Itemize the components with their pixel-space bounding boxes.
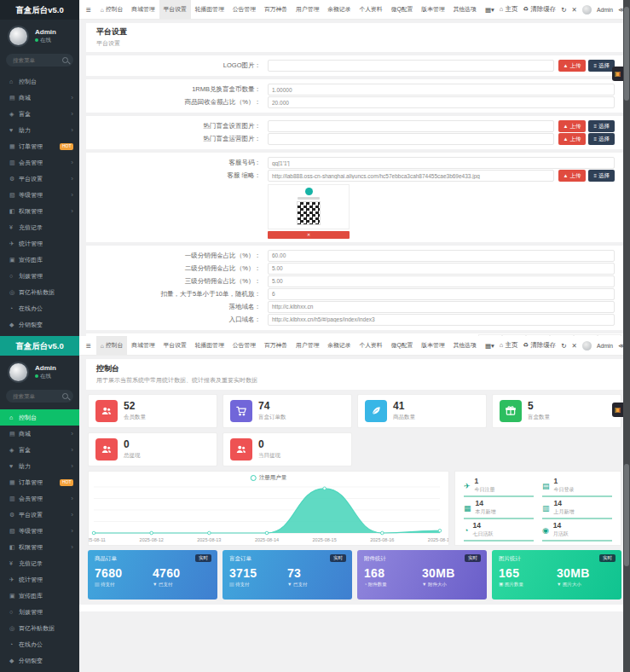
upload-button[interactable]: ▲上传 (558, 170, 587, 182)
sidebar-item[interactable]: ◈ 盲盒 › (0, 106, 79, 122)
sidebar-item[interactable]: ✈ 统计管理 (0, 235, 79, 252)
sidebar-item[interactable]: ▦ 订单管理 HOT (0, 474, 79, 490)
nav-tab[interactable]: 版本管理 (417, 0, 448, 19)
field-input[interactable] (268, 263, 615, 275)
sidebar-item[interactable]: ♥ 助力 › (0, 458, 79, 474)
choose-button[interactable]: ≡选择 (588, 133, 615, 145)
nav-tab[interactable]: 微Q配置 (387, 0, 418, 19)
nav-tab[interactable]: 轮播图管理 (191, 0, 228, 19)
field-input[interactable] (268, 84, 615, 96)
avatar[interactable] (8, 26, 29, 47)
sidebar-item[interactable]: ⚙ 平台设置 › (0, 171, 79, 187)
refresh-icon[interactable]: ↻ (561, 342, 566, 350)
sidebar-item[interactable]: ◎ 百亿补贴数据 (0, 620, 79, 636)
sidebar-item[interactable]: ○ 划拨管理 (0, 268, 79, 284)
field-input[interactable] (268, 250, 615, 262)
nav-tab[interactable]: ⌂控制台 (96, 336, 128, 355)
field-input[interactable] (268, 60, 554, 72)
sidebar-item[interactable]: ¥ 充值记录 (0, 555, 79, 571)
sidebar-item[interactable]: ◧ 权限管理 › (0, 203, 79, 219)
sidebar-item[interactable]: ◔ 在线办公 (0, 300, 79, 316)
sidebar-item[interactable]: ◎ 百亿补贴数据 (0, 284, 79, 300)
nav-tab[interactable]: 商城管理 (127, 336, 159, 355)
sidebar-item[interactable]: ▧ 等级管理 › (0, 187, 79, 203)
sidebar-item[interactable]: ▥ 会员管理 › (0, 490, 79, 507)
clear-cache-link[interactable]: ♻ 清除缓存 (523, 5, 556, 14)
field-input[interactable] (268, 133, 554, 145)
nav-tab[interactable]: 版本管理 (417, 336, 448, 355)
nav-tab[interactable]: 其他选项 (449, 336, 481, 355)
sidebar-item[interactable]: ◧ 权限管理 › (0, 539, 79, 555)
upload-button[interactable]: ▲上传 (558, 133, 587, 145)
nav-tab[interactable]: 平台设置 (159, 0, 191, 19)
nav-tab[interactable]: 公告管理 (228, 0, 260, 19)
home-link[interactable]: ⌂ 主页 (500, 5, 518, 14)
field-input[interactable] (268, 157, 615, 169)
avatar[interactable] (582, 341, 592, 350)
nav-tab[interactable]: 轮播图管理 (191, 336, 228, 355)
field-input[interactable] (268, 170, 554, 182)
nav-tab[interactable]: 平台设置 (159, 336, 191, 355)
fullscreen-icon[interactable]: ✕ (572, 342, 577, 350)
sidebar-item[interactable]: ▤ 商城 › (0, 426, 79, 442)
upload-button[interactable]: ▲上传 (558, 60, 587, 72)
upload-button[interactable]: ▲上传 (558, 120, 587, 132)
avatar[interactable] (8, 362, 29, 383)
search-input[interactable] (11, 56, 62, 64)
sidebar-item[interactable]: ⚙ 平台设置 › (0, 507, 79, 523)
nav-tab[interactable]: 其他选项 (449, 0, 481, 19)
nav-tab[interactable]: 百万神兽 (260, 336, 292, 355)
scrollbar[interactable] (623, 336, 630, 672)
sidebar-item[interactable]: ¥ 充值记录 (0, 219, 79, 235)
field-input[interactable] (268, 288, 615, 300)
sidebar-item[interactable]: ⌂ 控制台 (0, 73, 79, 90)
grid-menu-icon[interactable]: ▦▾ (485, 342, 494, 350)
choose-button[interactable]: ≡选择 (588, 60, 615, 72)
nav-tab[interactable]: 微Q配置 (387, 336, 418, 355)
sidebar-item[interactable]: ♥ 助力 › (0, 122, 79, 138)
nav-tab[interactable]: 余额记录 (323, 0, 355, 19)
fullscreen-icon[interactable]: ✕ (572, 6, 577, 14)
sidebar-item[interactable]: ▣ 宣传图库 (0, 588, 79, 604)
sidebar-search[interactable] (6, 390, 73, 403)
choose-button[interactable]: ≡选择 (588, 120, 615, 132)
clear-cache-link[interactable]: ♻ 清除缓存 (523, 341, 556, 350)
sidebar-search[interactable] (6, 54, 73, 67)
avatar[interactable] (582, 5, 592, 14)
sidebar-item[interactable]: ▦ 订单管理 HOT (0, 138, 79, 154)
nav-tab[interactable]: 公告管理 (228, 336, 260, 355)
admin-name[interactable]: Admin (597, 7, 613, 13)
home-link[interactable]: ⌂ 主页 (500, 341, 518, 350)
sidebar-item[interactable]: ▤ 商城 › (0, 90, 79, 106)
menu-toggle-icon[interactable]: ≡ (81, 341, 96, 350)
sidebar-item[interactable]: ◔ 在线办公 (0, 636, 79, 652)
sidebar-item[interactable]: ✈ 统计管理 (0, 571, 79, 588)
scrollbar-thumb[interactable] (624, 464, 629, 566)
nav-tab[interactable]: ⌂控制台 (96, 0, 128, 19)
choose-button[interactable]: ≡选择 (588, 170, 615, 182)
sidebar-item[interactable]: ▥ 会员管理 › (0, 154, 79, 171)
nav-tab[interactable]: 商城管理 (127, 0, 159, 19)
chart-legend[interactable]: 注册用户量 (251, 474, 287, 482)
nav-tab[interactable]: 百万神兽 (260, 0, 292, 19)
grid-menu-icon[interactable]: ▦▾ (485, 6, 494, 14)
sidebar-item[interactable]: ◈ 盲盒 › (0, 442, 79, 458)
sidebar-item[interactable]: ◆ 分销裂变 (0, 316, 79, 333)
scrollbar[interactable] (623, 0, 630, 336)
field-input[interactable] (268, 275, 615, 287)
theme-toggle-button[interactable]: ▣ (612, 403, 623, 417)
sidebar-item[interactable]: ◆ 分销裂变 (0, 652, 79, 669)
theme-toggle-button[interactable]: ▣ (612, 67, 623, 81)
field-input[interactable] (268, 120, 554, 132)
nav-tab[interactable]: 个人资料 (355, 336, 386, 355)
sidebar-item[interactable]: ▧ 等级管理 › (0, 523, 79, 539)
menu-toggle-icon[interactable]: ≡ (81, 5, 96, 14)
sidebar-item[interactable]: ▣ 宣传图库 (0, 252, 79, 268)
nav-tab[interactable]: 个人资料 (355, 0, 386, 19)
sidebar-item[interactable]: ⌂ 控制台 (0, 409, 79, 426)
sidebar-item[interactable]: ○ 划拨管理 (0, 604, 79, 620)
refresh-icon[interactable]: ↻ (561, 6, 566, 14)
field-input[interactable] (268, 314, 615, 326)
admin-name[interactable]: Admin (597, 343, 613, 349)
nav-tab[interactable]: 用户管理 (292, 0, 323, 19)
